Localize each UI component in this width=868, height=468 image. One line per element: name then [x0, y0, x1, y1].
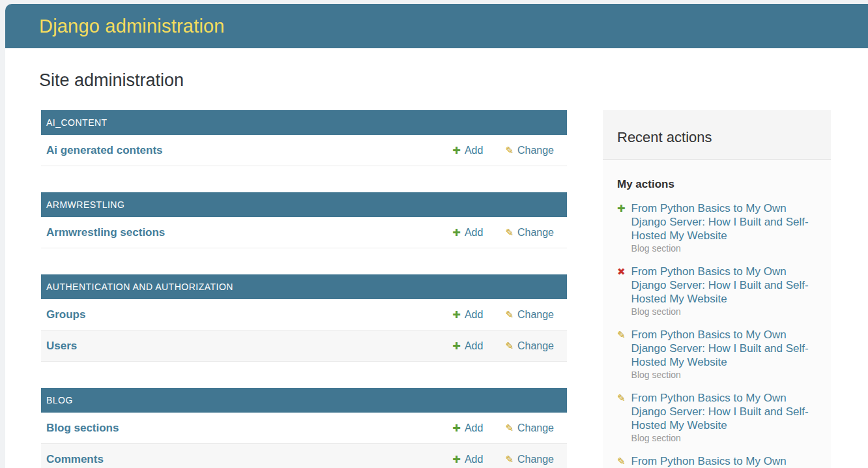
- change-label: Change: [517, 454, 554, 465]
- model-link-armwrestling-sections[interactable]: Armwrestling sections: [46, 226, 452, 239]
- add-link[interactable]: ✚ Add: [452, 309, 483, 321]
- recent-action-meta: Blog section: [631, 243, 681, 254]
- module-caption: AUTHENTICATION AND AUTHORIZATION: [41, 274, 567, 299]
- table-row: Blog sections ✚ Add ✎ Change: [41, 413, 567, 444]
- content-main: AI_CONTENT Ai generated contents ✚ Add ✎…: [41, 110, 567, 468]
- page-title: Site administration: [39, 70, 868, 91]
- pencil-icon: ✎: [505, 227, 514, 237]
- recent-action-link[interactable]: From Python Basics to My Own Django Serv…: [631, 328, 817, 369]
- list-item: ✚ From Python Basics to My Own Django Se…: [617, 201, 818, 254]
- add-label: Add: [465, 340, 483, 352]
- change-label: Change: [517, 145, 554, 156]
- module-caption: AI_CONTENT: [41, 110, 567, 135]
- list-item: ✎ From Python Basics to My Own Django Se…: [617, 454, 818, 468]
- module-caption: ARMWRESTLING: [41, 192, 567, 217]
- change-link[interactable]: ✎ Change: [505, 454, 554, 465]
- change-link[interactable]: ✎ Change: [505, 422, 554, 434]
- add-link[interactable]: ✚ Add: [452, 340, 483, 352]
- add-label: Add: [465, 309, 483, 321]
- recent-actions-list: ✚ From Python Basics to My Own Django Se…: [617, 201, 818, 468]
- plus-icon: ✚: [452, 145, 461, 155]
- add-label: Add: [465, 227, 483, 239]
- change-link[interactable]: ✎ Change: [505, 309, 554, 321]
- change-label: Change: [517, 309, 554, 321]
- change-label: Change: [517, 422, 554, 434]
- recent-actions-body: My actions ✚ From Python Basics to My Ow…: [603, 160, 831, 468]
- model-link-comments[interactable]: Comments: [46, 453, 452, 466]
- recent-actions-panel: Recent actions My actions ✚ From Python …: [603, 110, 831, 468]
- plus-icon: ✚: [452, 454, 461, 464]
- recent-action-link[interactable]: From Python Basics to My Own Django Serv…: [631, 201, 817, 242]
- content: AI_CONTENT Ai generated contents ✚ Add ✎…: [5, 110, 868, 468]
- pencil-icon: ✎: [505, 145, 514, 155]
- module-caption: BLOG: [41, 388, 567, 413]
- recent-action-link[interactable]: From Python Basics to My Own Django Serv…: [631, 454, 817, 468]
- app-title: Django administration: [39, 16, 225, 37]
- add-label: Add: [465, 422, 483, 434]
- add-link[interactable]: ✚ Add: [452, 227, 483, 239]
- module-blog: BLOG Blog sections ✚ Add ✎ Change Commen…: [41, 388, 567, 468]
- add-link[interactable]: ✚ Add: [452, 145, 483, 156]
- admin-page: Django administration Site administratio…: [5, 4, 868, 468]
- plus-icon: ✚: [452, 310, 461, 319]
- change-link[interactable]: ✎ Change: [505, 340, 554, 352]
- recent-actions-title: Recent actions: [617, 129, 818, 146]
- pencil-icon: ✎: [617, 456, 626, 466]
- plus-icon: ✚: [452, 227, 461, 237]
- module-armwrestling: ARMWRESTLING Armwrestling sections ✚ Add…: [41, 192, 567, 248]
- recent-action-meta: Blog section: [631, 370, 681, 380]
- recent-action-link[interactable]: From Python Basics to My Own Django Serv…: [631, 265, 817, 306]
- list-item: ✎ From Python Basics to My Own Django Se…: [617, 328, 818, 381]
- add-link[interactable]: ✚ Add: [452, 454, 483, 465]
- list-item: ✎ From Python Basics to My Own Django Se…: [617, 391, 818, 444]
- recent-action-meta: Blog section: [631, 433, 681, 443]
- my-actions-title: My actions: [617, 178, 818, 191]
- change-link[interactable]: ✎ Change: [505, 145, 554, 156]
- pencil-icon: ✎: [505, 341, 514, 351]
- model-link-groups[interactable]: Groups: [46, 308, 452, 321]
- app-header: Django administration: [5, 4, 868, 48]
- table-row: Groups ✚ Add ✎ Change: [41, 299, 567, 330]
- change-label: Change: [517, 340, 554, 352]
- list-item: ✖ From Python Basics to My Own Django Se…: [617, 265, 818, 317]
- model-link-blog-sections[interactable]: Blog sections: [46, 422, 452, 435]
- add-label: Add: [465, 454, 483, 465]
- recent-action-meta: Blog section: [631, 306, 681, 317]
- pencil-icon: ✎: [505, 423, 514, 433]
- table-row: Ai generated contents ✚ Add ✎ Change: [41, 135, 567, 166]
- pencil-icon: ✎: [617, 393, 626, 403]
- model-link-ai-generated-contents[interactable]: Ai generated contents: [46, 144, 452, 157]
- change-label: Change: [517, 227, 554, 239]
- table-row: Comments ✚ Add ✎ Change: [41, 444, 567, 468]
- pencil-icon: ✎: [505, 310, 514, 319]
- table-row: Users ✚ Add ✎ Change: [41, 330, 567, 362]
- delete-icon: ✖: [617, 267, 626, 276]
- add-link[interactable]: ✚ Add: [452, 422, 483, 434]
- add-label: Add: [465, 145, 483, 156]
- pencil-icon: ✎: [505, 454, 514, 464]
- pencil-icon: ✎: [617, 330, 626, 340]
- model-link-users[interactable]: Users: [46, 340, 452, 353]
- recent-action-link[interactable]: From Python Basics to My Own Django Serv…: [631, 391, 817, 432]
- module-ai-content: AI_CONTENT Ai generated contents ✚ Add ✎…: [41, 110, 567, 166]
- plus-icon: ✚: [452, 341, 461, 351]
- table-row: Armwrestling sections ✚ Add ✎ Change: [41, 217, 567, 248]
- module-auth: AUTHENTICATION AND AUTHORIZATION Groups …: [41, 274, 567, 362]
- change-link[interactable]: ✎ Change: [505, 227, 554, 239]
- add-icon: ✚: [617, 203, 626, 213]
- plus-icon: ✚: [452, 423, 461, 433]
- recent-actions-header: Recent actions: [603, 110, 831, 160]
